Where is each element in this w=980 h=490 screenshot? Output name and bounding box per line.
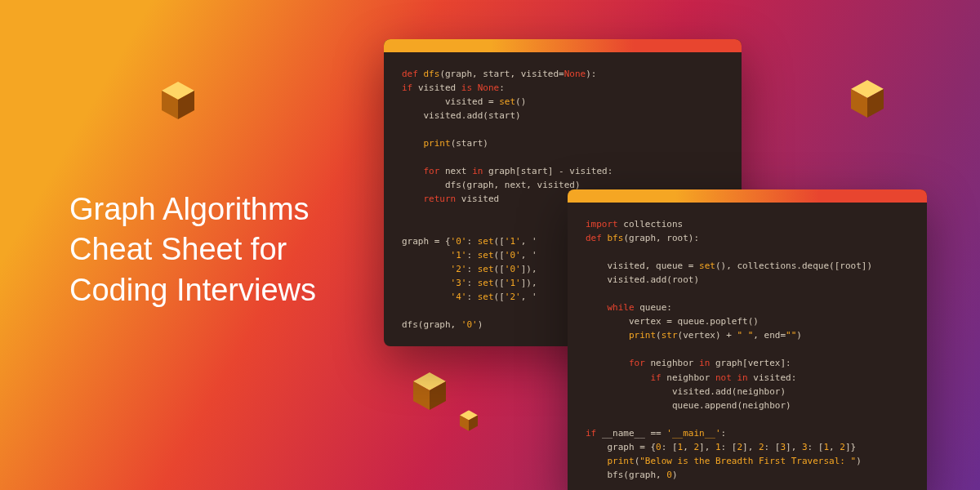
cube-icon — [460, 410, 478, 430]
code-body-bfs: import collections def bfs(graph, root):… — [568, 203, 927, 490]
cube-icon — [413, 372, 446, 410]
window-titlebar — [384, 39, 742, 52]
window-titlebar — [568, 189, 927, 203]
page-title: Graph Algorithms Cheat Sheet for Coding … — [69, 189, 316, 310]
cube-icon — [851, 80, 884, 118]
code-window-bfs: import collections def bfs(graph, root):… — [568, 189, 927, 490]
cube-icon — [162, 82, 194, 119]
